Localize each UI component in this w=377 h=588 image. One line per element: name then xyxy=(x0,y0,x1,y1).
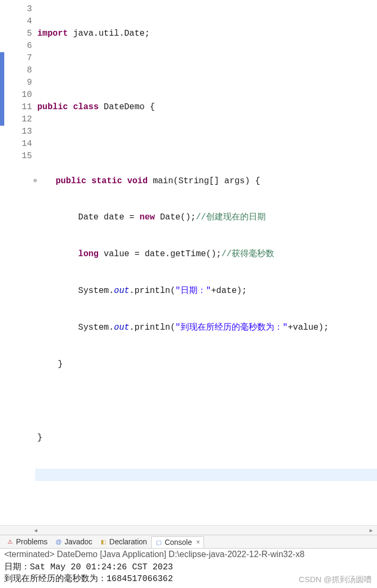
console-icon: ▢ xyxy=(155,538,162,546)
scroll-left-icon[interactable]: ◀ xyxy=(32,527,39,534)
declaration-icon: ◧ xyxy=(100,538,107,545)
console-launch-header: <terminated> DateDemo [Java Application]… xyxy=(0,549,377,560)
tab-label: Declaration xyxy=(109,537,147,546)
override-marker-icon: ⊖ xyxy=(34,175,37,187)
scroll-right-icon[interactable]: ▶ xyxy=(367,527,375,534)
code-line xyxy=(35,469,377,481)
tab-problems[interactable]: ⚠ Problems xyxy=(3,536,51,547)
code-line: } xyxy=(37,358,377,371)
views-tabbar: ⚠ Problems @ Javadoc ◧ Declaration ▢ Con… xyxy=(0,535,377,549)
code-line xyxy=(37,64,377,77)
tab-label: Console xyxy=(165,538,192,546)
code-line: System.out.println("日期："+date); xyxy=(37,285,377,297)
tab-declaration[interactable]: ◧ Declaration xyxy=(96,536,150,547)
javadoc-icon: @ xyxy=(55,538,62,545)
tab-label: Problems xyxy=(16,537,47,546)
problems-icon: ⚠ xyxy=(6,538,14,545)
code-line: import java.util.Date; xyxy=(37,28,377,40)
close-icon[interactable]: × xyxy=(194,538,200,546)
code-line: ⊖ public static void main(String[] args)… xyxy=(37,175,377,187)
tab-console[interactable]: ▢ Console × xyxy=(151,536,203,548)
code-content[interactable]: import java.util.Date; public class Date… xyxy=(35,0,377,525)
marker-bar xyxy=(0,0,4,525)
code-line xyxy=(37,138,377,150)
line-number-gutter: 3 4 5 6 7 8 9 10 11 12 13 14 15 xyxy=(4,0,35,525)
code-line: long value = date.getTime();//获得毫秒数 xyxy=(37,248,377,260)
console-output[interactable]: 日期：Sat May 20 01:24:26 CST 2023 到现在所经历的毫… xyxy=(0,560,377,588)
code-line: Date date = new Date();//创建现在的日期 xyxy=(37,211,377,224)
tab-label: Javadoc xyxy=(64,537,92,546)
console-output-line: 日期：Sat May 20 01:24:26 CST 2023 xyxy=(4,562,173,572)
code-line: System.out.println("到现在所经历的毫秒数为："+value)… xyxy=(37,322,377,334)
code-editor[interactable]: 3 4 5 6 7 8 9 10 11 12 13 14 15 import j… xyxy=(0,0,377,525)
tab-javadoc[interactable]: @ Javadoc xyxy=(52,536,95,547)
code-line: public class DateDemo { xyxy=(37,101,377,113)
code-line: } xyxy=(37,432,377,444)
horizontal-scrollbar[interactable]: ◀ ▶ xyxy=(0,525,377,535)
code-line xyxy=(37,395,377,407)
console-output-line: 到现在所经历的毫秒数为：1684517066362 xyxy=(4,574,173,584)
